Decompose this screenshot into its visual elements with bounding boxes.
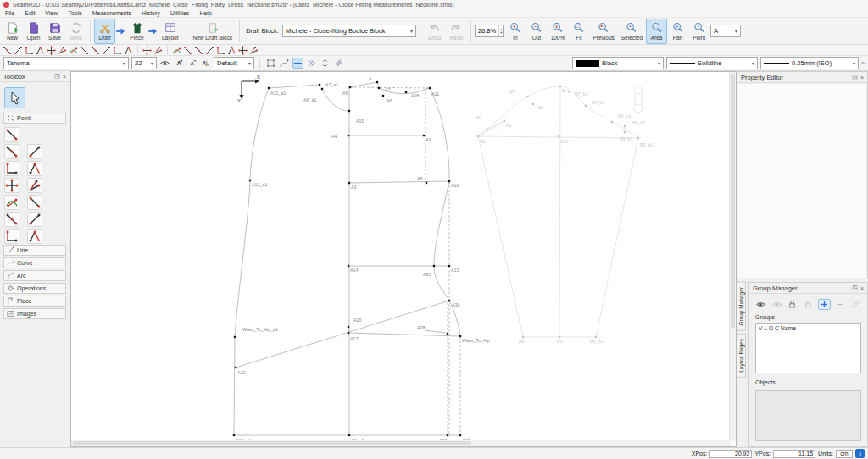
draft-tool-20-icon[interactable]: [227, 46, 236, 55]
dock-tab-layout-pages[interactable]: Layout Pages: [737, 334, 746, 378]
draft-tool-4-icon[interactable]: [36, 46, 45, 55]
zoom-area-button[interactable]: □Area: [646, 19, 667, 44]
label-tag-icon[interactable]: [333, 58, 344, 69]
arc-section-button[interactable]: Arc: [3, 270, 66, 281]
spin-arrows-icon[interactable]: ▴▾: [498, 25, 503, 36]
point-along-line-tool[interactable]: [4, 144, 19, 159]
toolbar-overflow-button[interactable]: »: [861, 60, 865, 66]
draft-tool-9-icon[interactable]: [91, 46, 100, 55]
hide-groups-icon[interactable]: [771, 299, 783, 310]
perpendicular-point-tool[interactable]: [4, 212, 19, 227]
normal-point-tool[interactable]: [4, 178, 19, 193]
info-icon[interactable]: i: [855, 449, 865, 458]
pan-button[interactable]: +Pan: [667, 19, 688, 44]
point-from-x-y-tool[interactable]: [27, 229, 42, 244]
redo-button[interactable]: Redo: [446, 19, 467, 44]
save-button[interactable]: Save: [44, 19, 65, 44]
images-section-button[interactable]: Images: [3, 308, 66, 319]
units-select[interactable]: cm: [836, 450, 853, 458]
dock-tab-group-manager[interactable]: Group Manager: [737, 282, 746, 331]
midpoint-tool-tool[interactable]: [4, 229, 19, 244]
close-panel-icon[interactable]: ×: [860, 285, 864, 291]
piece-button[interactable]: Piece: [126, 19, 147, 44]
point-intersect-arc-line-tool[interactable]: [27, 212, 42, 227]
horizontal-scrollbar[interactable]: [71, 440, 731, 446]
menu-file[interactable]: File: [0, 10, 19, 16]
increase-font-icon[interactable]: A: [173, 58, 184, 69]
vertical-scrollbar[interactable]: [729, 72, 736, 441]
union-tool-icon[interactable]: [265, 58, 276, 69]
zoom-percent-spinbox[interactable]: 26.8% ▴▾: [475, 25, 504, 37]
draft-tool-10-icon[interactable]: [102, 46, 111, 55]
menu-edit[interactable]: Edit: [19, 10, 40, 16]
draft-tool-6-icon[interactable]: [58, 46, 67, 55]
point-on-shoulder-tool[interactable]: [27, 161, 42, 176]
point-name-select[interactable]: A▾: [710, 25, 741, 37]
triangle-point-tool[interactable]: [4, 195, 19, 210]
draft-tool-19-icon[interactable]: [216, 46, 225, 55]
draft-tool-2-icon[interactable]: [14, 46, 23, 55]
point-at-distance-angle-tool[interactable]: [4, 127, 19, 142]
pointer-font-icon[interactable]: A: [200, 58, 211, 69]
zoom-fit-button[interactable]: □Fit: [568, 19, 589, 44]
chevrons-icon[interactable]: [306, 58, 317, 69]
menu-view[interactable]: View: [40, 10, 63, 16]
draft-canvas[interactable]: BB7B4B7_b1B4_b1B1B6B2B18B6_b1B8_b1B5_b1B…: [70, 71, 737, 447]
arrow-pointer-tool[interactable]: [4, 87, 25, 108]
draft-tool-14-icon[interactable]: [153, 46, 163, 55]
remove-group-icon[interactable]: [833, 299, 846, 310]
zoom-in-button[interactable]: +In: [504, 19, 526, 44]
layout-button[interactable]: Layout: [159, 19, 182, 44]
vertical-scrollbar-thumb[interactable]: [731, 74, 735, 328]
draft-tool-21-icon[interactable]: [238, 46, 248, 55]
draft-tool-15-icon[interactable]: [172, 46, 181, 55]
draft-button[interactable]: Draft: [94, 19, 115, 44]
groups-list[interactable]: V L O C Name: [755, 323, 861, 373]
point-of-contact-tool[interactable]: [27, 178, 42, 193]
zoom-point-button[interactable]: •Point: [688, 19, 709, 44]
objects-list[interactable]: [755, 390, 861, 441]
font-size-select[interactable]: 22▾: [131, 57, 157, 69]
zoom-selected-button[interactable]: ▪Selected: [618, 19, 646, 44]
menu-history[interactable]: History: [136, 10, 165, 16]
operations-section-button[interactable]: Operations: [3, 283, 66, 294]
draft-tool-22-icon[interactable]: [249, 46, 259, 55]
lock-groups-icon[interactable]: [786, 299, 798, 310]
draft-tool-1-icon[interactable]: [3, 46, 12, 55]
font-family-select[interactable]: Tahoma▾: [3, 57, 129, 69]
curve-details-icon[interactable]: [279, 58, 290, 69]
unlock-groups-icon[interactable]: [802, 299, 815, 310]
draft-tool-5-icon[interactable]: [47, 46, 56, 55]
open-button[interactable]: Open: [23, 19, 44, 44]
horizontal-scrollbar-thumb[interactable]: [73, 441, 471, 445]
undo-button[interactable]: Undo: [424, 19, 445, 44]
new-draft-block-button[interactable]: New Draft Block: [190, 19, 236, 44]
crosshair-snap-icon[interactable]: [292, 58, 303, 69]
zoom-previous-button[interactable]: ↶Previous: [589, 19, 617, 44]
float-panel-icon[interactable]: ◳: [852, 74, 858, 80]
menu-help[interactable]: Help: [194, 10, 216, 16]
menu-utilities[interactable]: Utilities: [165, 10, 195, 16]
zoom-out-button[interactable]: −Out: [526, 19, 547, 44]
label-style-select[interactable]: Default▾: [214, 57, 254, 69]
draft-tool-18-icon[interactable]: [205, 46, 214, 55]
close-panel-icon[interactable]: ×: [860, 75, 864, 80]
draft-tool-7-icon[interactable]: [69, 46, 78, 55]
point-intersect-xy-tool[interactable]: [27, 195, 42, 210]
float-panel-icon[interactable]: ◳: [852, 285, 858, 291]
point-along-bisector-tool[interactable]: [4, 161, 19, 176]
draft-tool-8-icon[interactable]: [80, 46, 89, 55]
point-along-perpendicular-tool[interactable]: [27, 144, 42, 159]
float-panel-icon[interactable]: ◳: [54, 73, 60, 80]
close-panel-icon[interactable]: ×: [63, 74, 66, 80]
draft-tool-13-icon[interactable]: [142, 46, 152, 55]
sync-button[interactable]: Sync: [65, 19, 86, 44]
line-type-select[interactable]: Solidline ▾: [666, 57, 758, 69]
draft-tool-16-icon[interactable]: [183, 46, 192, 55]
line-color-select[interactable]: Black ▾: [572, 57, 664, 69]
draft-block-select[interactable]: Michele - Close-fitting Bodice Block▾: [282, 25, 416, 37]
curve-section-button[interactable]: Curve: [3, 257, 66, 268]
draft-tool-17-icon[interactable]: [194, 46, 203, 55]
point-section-button[interactable]: Point: [3, 113, 66, 124]
edit-group-icon[interactable]: [849, 299, 862, 310]
